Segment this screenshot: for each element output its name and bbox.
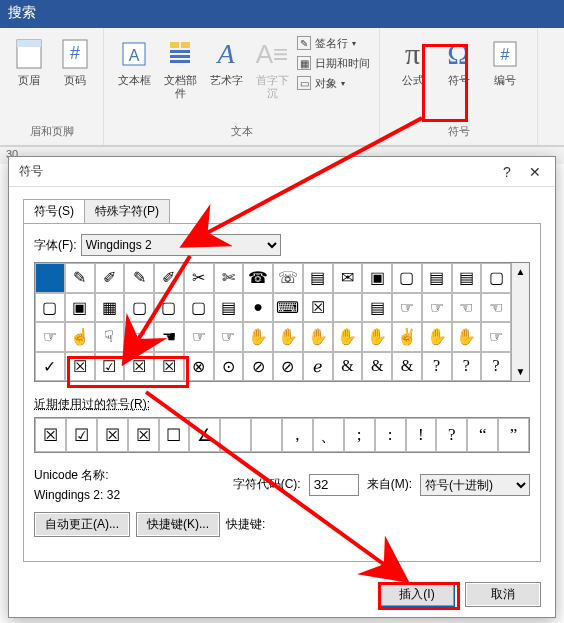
- symbol-cell[interactable]: ☞: [422, 293, 452, 323]
- recent-symbol-cell[interactable]: [220, 418, 251, 452]
- symbol-cell[interactable]: ✎: [124, 263, 154, 293]
- symbol-cell[interactable]: ▤: [362, 293, 392, 323]
- symbol-cell[interactable]: ☝: [65, 322, 95, 352]
- symbol-cell[interactable]: ✂: [184, 263, 214, 293]
- symbol-cell[interactable]: ☞: [184, 322, 214, 352]
- autocorrect-button[interactable]: 自动更正(A)...: [34, 512, 130, 537]
- symbol-cell[interactable]: ✄: [214, 263, 244, 293]
- scroll-down-icon[interactable]: ▼: [516, 363, 526, 381]
- font-select[interactable]: Wingdings 2: [81, 234, 281, 256]
- recent-symbol-cell[interactable]: [251, 418, 282, 452]
- shortcut-button[interactable]: 快捷键(K)...: [136, 512, 220, 537]
- symbol-cell[interactable]: ☞: [214, 322, 244, 352]
- symbol-cell[interactable]: ✋: [422, 322, 452, 352]
- symbol-cell[interactable]: ⌨: [273, 293, 303, 323]
- symbol-cell[interactable]: ▤: [452, 263, 482, 293]
- recent-symbol-cell[interactable]: 、: [313, 418, 344, 452]
- symbol-grid[interactable]: ✎✐✎✐✂✄☎☏▤✉▣▢▤▤▢▢▣▦▢▢▢▤●⌨☒▤☞☞☜☜☞☝☟☞☚☞☞✋✋✋…: [35, 263, 511, 381]
- datetime-button[interactable]: ▦日期和时间: [297, 54, 370, 72]
- recent-symbol-cell[interactable]: ?: [436, 418, 467, 452]
- symbol-cell[interactable]: ✋: [452, 322, 482, 352]
- symbol-button[interactable]: Ω 符号: [438, 32, 480, 102]
- recent-symbol-cell[interactable]: ,: [282, 418, 313, 452]
- recent-symbol-cell[interactable]: ;: [344, 418, 375, 452]
- help-button[interactable]: ?: [493, 164, 521, 180]
- recent-symbol-cell[interactable]: “: [467, 418, 498, 452]
- symbol-cell[interactable]: &: [362, 352, 392, 382]
- dialog-titlebar[interactable]: 符号 ? ✕: [9, 157, 555, 187]
- symbol-cell[interactable]: ✋: [303, 322, 333, 352]
- symbol-cell[interactable]: ☒: [65, 352, 95, 382]
- tab-symbols[interactable]: 符号(S): [23, 199, 84, 224]
- symbol-cell[interactable]: ☞: [35, 322, 65, 352]
- symbol-cell[interactable]: ✓: [35, 352, 65, 382]
- symbol-cell[interactable]: ⊙: [214, 352, 244, 382]
- number-button[interactable]: # 编号: [484, 32, 526, 102]
- symbol-cell[interactable]: ✐: [154, 263, 184, 293]
- symbol-cell[interactable]: ▢: [481, 263, 511, 293]
- symbol-cell[interactable]: &: [392, 352, 422, 382]
- symbol-cell[interactable]: ☒: [154, 352, 184, 382]
- symbol-cell[interactable]: ☚: [154, 322, 184, 352]
- symbol-cell[interactable]: [333, 293, 363, 323]
- tab-special-chars[interactable]: 特殊字符(P): [84, 199, 170, 224]
- from-select[interactable]: 符号(十进制): [420, 474, 530, 496]
- symbol-cell[interactable]: ▢: [154, 293, 184, 323]
- dropcap-button[interactable]: A≡ 首字下沉: [251, 32, 293, 102]
- symbol-cell[interactable]: ?: [481, 352, 511, 382]
- symbol-cell[interactable]: ☒: [124, 352, 154, 382]
- symbol-cell[interactable]: ▢: [124, 293, 154, 323]
- charcode-input[interactable]: [309, 474, 359, 496]
- symbol-cell[interactable]: ▢: [184, 293, 214, 323]
- object-menu[interactable]: ▭对象▾: [297, 74, 370, 92]
- symbol-cell[interactable]: ▣: [65, 293, 95, 323]
- symbol-cell[interactable]: ✋: [362, 322, 392, 352]
- symbol-cell[interactable]: ☑: [95, 352, 125, 382]
- cancel-button[interactable]: 取消: [465, 582, 541, 607]
- symbol-cell[interactable]: ☒: [303, 293, 333, 323]
- symbol-cell[interactable]: [35, 263, 65, 293]
- symbol-cell[interactable]: ▣: [362, 263, 392, 293]
- symbol-cell[interactable]: ☜: [481, 293, 511, 323]
- symbol-cell[interactable]: ▦: [95, 293, 125, 323]
- symbol-cell[interactable]: ☎: [243, 263, 273, 293]
- recent-symbol-cell[interactable]: ☒: [35, 418, 66, 452]
- symbol-cell[interactable]: ☏: [273, 263, 303, 293]
- symbol-cell[interactable]: ☞: [392, 293, 422, 323]
- symbol-cell[interactable]: ℯ: [303, 352, 333, 382]
- symbol-cell[interactable]: ▤: [422, 263, 452, 293]
- symbol-cell[interactable]: ⊗: [184, 352, 214, 382]
- recent-symbol-cell[interactable]: ”: [498, 418, 529, 452]
- symbol-cell[interactable]: ✐: [95, 263, 125, 293]
- symbol-cell[interactable]: ✋: [273, 322, 303, 352]
- symbol-cell[interactable]: ▢: [35, 293, 65, 323]
- signatureline-menu[interactable]: ✎签名行▾: [297, 34, 370, 52]
- recent-symbol-cell[interactable]: :: [375, 418, 406, 452]
- header-button[interactable]: 页眉: [8, 32, 50, 102]
- textbox-button[interactable]: A 文本框: [113, 32, 155, 102]
- recent-symbol-cell[interactable]: ☐: [159, 418, 190, 452]
- symbol-cell[interactable]: ▢: [392, 263, 422, 293]
- symbol-cell[interactable]: ?: [422, 352, 452, 382]
- symbol-cell[interactable]: ?: [452, 352, 482, 382]
- recent-symbol-cell[interactable]: ☒: [128, 418, 159, 452]
- symbol-cell[interactable]: ☟: [95, 322, 125, 352]
- recent-symbol-cell[interactable]: ☒: [97, 418, 128, 452]
- symbol-cell[interactable]: ☜: [452, 293, 482, 323]
- close-button[interactable]: ✕: [521, 164, 549, 180]
- recent-symbol-cell[interactable]: ∠: [189, 418, 220, 452]
- symbol-scrollbar[interactable]: ▲ ▼: [511, 263, 529, 381]
- scroll-up-icon[interactable]: ▲: [516, 263, 526, 281]
- symbol-cell[interactable]: ✌: [392, 322, 422, 352]
- symbol-cell[interactable]: ✋: [243, 322, 273, 352]
- recent-symbol-cell[interactable]: ☑: [66, 418, 97, 452]
- symbol-cell[interactable]: ▤: [303, 263, 333, 293]
- equation-button[interactable]: π 公式: [392, 32, 434, 102]
- symbol-cell[interactable]: ☞: [481, 322, 511, 352]
- symbol-cell[interactable]: ⊘: [273, 352, 303, 382]
- recent-symbol-cell[interactable]: !: [406, 418, 437, 452]
- symbol-cell[interactable]: ⊘: [243, 352, 273, 382]
- symbol-cell[interactable]: ●: [243, 293, 273, 323]
- symbol-cell[interactable]: ▤: [214, 293, 244, 323]
- symbol-cell[interactable]: ☞: [124, 322, 154, 352]
